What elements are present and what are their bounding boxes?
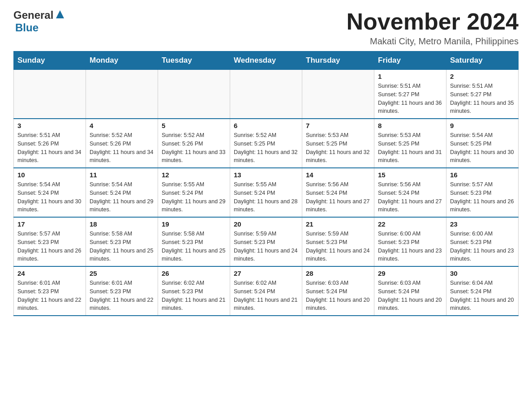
calendar-cell: 5Sunrise: 5:52 AMSunset: 5:26 PMDaylight… [158, 119, 230, 168]
day-number: 5 [162, 122, 226, 129]
location-subtitle: Makati City, Metro Manila, Philippines [347, 36, 519, 47]
calendar-cell: 13Sunrise: 5:55 AMSunset: 5:24 PMDayligh… [230, 168, 302, 217]
day-number: 2 [450, 73, 515, 80]
day-info: Sunrise: 6:04 AMSunset: 5:24 PMDaylight:… [450, 279, 515, 313]
calendar-cell: 28Sunrise: 6:03 AMSunset: 5:24 PMDayligh… [302, 266, 374, 316]
calendar-week-row: 17Sunrise: 5:57 AMSunset: 5:23 PMDayligh… [14, 217, 519, 266]
calendar-cell: 8Sunrise: 5:53 AMSunset: 5:25 PMDaylight… [374, 119, 446, 168]
day-number: 7 [306, 122, 370, 129]
calendar-cell: 17Sunrise: 5:57 AMSunset: 5:23 PMDayligh… [14, 217, 86, 266]
day-info: Sunrise: 5:53 AMSunset: 5:25 PMDaylight:… [306, 131, 370, 165]
day-info: Sunrise: 5:57 AMSunset: 5:23 PMDaylight:… [17, 230, 82, 263]
day-info: Sunrise: 6:01 AMSunset: 5:23 PMDaylight:… [17, 279, 82, 313]
day-number: 18 [90, 220, 154, 228]
day-number: 6 [234, 122, 298, 129]
day-info: Sunrise: 6:00 AMSunset: 5:23 PMDaylight:… [378, 230, 442, 263]
calendar-cell: 15Sunrise: 5:56 AMSunset: 5:24 PMDayligh… [374, 168, 446, 217]
logo: General Blue [13, 9, 65, 34]
day-info: Sunrise: 6:00 AMSunset: 5:23 PMDaylight:… [450, 230, 515, 263]
day-info: Sunrise: 5:51 AMSunset: 5:27 PMDaylight:… [378, 82, 442, 116]
day-info: Sunrise: 5:52 AMSunset: 5:25 PMDaylight:… [234, 131, 298, 165]
calendar-cell [86, 70, 158, 119]
day-number: 13 [234, 171, 298, 179]
day-info: Sunrise: 5:52 AMSunset: 5:26 PMDaylight:… [162, 131, 226, 165]
day-info: Sunrise: 5:59 AMSunset: 5:23 PMDaylight:… [306, 230, 370, 263]
day-info: Sunrise: 5:58 AMSunset: 5:23 PMDaylight:… [90, 230, 154, 263]
month-year-title: November 2024 [347, 9, 519, 34]
calendar-cell: 18Sunrise: 5:58 AMSunset: 5:23 PMDayligh… [86, 217, 158, 266]
day-number: 20 [234, 220, 298, 228]
day-number: 17 [17, 220, 82, 228]
day-info: Sunrise: 6:03 AMSunset: 5:24 PMDaylight:… [306, 279, 370, 313]
day-number: 28 [306, 270, 370, 277]
calendar-header-row: SundayMondayTuesdayWednesdayThursdayFrid… [14, 51, 519, 70]
day-info: Sunrise: 5:55 AMSunset: 5:24 PMDaylight:… [234, 180, 298, 214]
calendar-cell: 25Sunrise: 6:01 AMSunset: 5:23 PMDayligh… [86, 266, 158, 316]
calendar-cell: 16Sunrise: 5:57 AMSunset: 5:23 PMDayligh… [446, 168, 519, 217]
calendar-cell: 22Sunrise: 6:00 AMSunset: 5:23 PMDayligh… [374, 217, 446, 266]
title-block: November 2024 Makati City, Metro Manila,… [347, 9, 519, 47]
calendar-cell: 7Sunrise: 5:53 AMSunset: 5:25 PMDaylight… [302, 119, 374, 168]
calendar-cell: 27Sunrise: 6:02 AMSunset: 5:24 PMDayligh… [230, 266, 302, 316]
column-header-friday: Friday [374, 51, 446, 70]
day-number: 30 [450, 270, 515, 277]
day-number: 8 [378, 122, 442, 129]
day-number: 1 [378, 73, 442, 80]
day-number: 11 [90, 171, 154, 179]
calendar-cell: 9Sunrise: 5:54 AMSunset: 5:25 PMDaylight… [446, 119, 519, 168]
day-number: 16 [450, 171, 515, 179]
day-number: 12 [162, 171, 226, 179]
day-number: 27 [234, 270, 298, 277]
calendar-week-row: 3Sunrise: 5:51 AMSunset: 5:26 PMDaylight… [14, 119, 519, 168]
column-header-wednesday: Wednesday [230, 51, 302, 70]
day-number: 3 [17, 122, 82, 129]
day-info: Sunrise: 6:02 AMSunset: 5:23 PMDaylight:… [162, 279, 226, 313]
calendar-cell: 14Sunrise: 5:56 AMSunset: 5:24 PMDayligh… [302, 168, 374, 217]
calendar-cell [230, 70, 302, 119]
column-header-saturday: Saturday [446, 51, 519, 70]
calendar-cell: 4Sunrise: 5:52 AMSunset: 5:26 PMDaylight… [86, 119, 158, 168]
day-info: Sunrise: 5:51 AMSunset: 5:27 PMDaylight:… [450, 82, 515, 116]
day-number: 14 [306, 171, 370, 179]
day-info: Sunrise: 5:52 AMSunset: 5:26 PMDaylight:… [90, 131, 154, 165]
calendar-cell [158, 70, 230, 119]
day-info: Sunrise: 6:01 AMSunset: 5:23 PMDaylight:… [90, 279, 154, 313]
calendar-week-row: 10Sunrise: 5:54 AMSunset: 5:24 PMDayligh… [14, 168, 519, 217]
calendar-cell [14, 70, 86, 119]
calendar-cell: 21Sunrise: 5:59 AMSunset: 5:23 PMDayligh… [302, 217, 374, 266]
calendar-cell: 11Sunrise: 5:54 AMSunset: 5:24 PMDayligh… [86, 168, 158, 217]
day-number: 22 [378, 220, 442, 228]
day-number: 21 [306, 220, 370, 228]
day-number: 24 [17, 270, 82, 277]
calendar-cell: 23Sunrise: 6:00 AMSunset: 5:23 PMDayligh… [446, 217, 519, 266]
day-info: Sunrise: 5:55 AMSunset: 5:24 PMDaylight:… [162, 180, 226, 214]
calendar-cell: 20Sunrise: 5:59 AMSunset: 5:23 PMDayligh… [230, 217, 302, 266]
day-info: Sunrise: 5:54 AMSunset: 5:24 PMDaylight:… [17, 180, 82, 214]
svg-marker-0 [56, 10, 64, 18]
day-number: 26 [162, 270, 226, 277]
calendar-cell: 12Sunrise: 5:55 AMSunset: 5:24 PMDayligh… [158, 168, 230, 217]
calendar-cell: 1Sunrise: 5:51 AMSunset: 5:27 PMDaylight… [374, 70, 446, 119]
column-header-thursday: Thursday [302, 51, 374, 70]
calendar-cell: 3Sunrise: 5:51 AMSunset: 5:26 PMDaylight… [14, 119, 86, 168]
day-info: Sunrise: 5:54 AMSunset: 5:25 PMDaylight:… [450, 131, 515, 165]
day-number: 29 [378, 270, 442, 277]
day-number: 25 [90, 270, 154, 277]
day-info: Sunrise: 5:59 AMSunset: 5:23 PMDaylight:… [234, 230, 298, 263]
calendar-cell: 24Sunrise: 6:01 AMSunset: 5:23 PMDayligh… [14, 266, 86, 316]
day-info: Sunrise: 6:02 AMSunset: 5:24 PMDaylight:… [234, 279, 298, 313]
day-number: 4 [90, 122, 154, 129]
day-info: Sunrise: 5:51 AMSunset: 5:26 PMDaylight:… [17, 131, 82, 165]
day-number: 15 [378, 171, 442, 179]
column-header-tuesday: Tuesday [158, 51, 230, 70]
logo-arrow-icon [55, 9, 65, 21]
calendar-table: SundayMondayTuesdayWednesdayThursdayFrid… [13, 51, 519, 316]
column-header-monday: Monday [86, 51, 158, 70]
calendar-cell: 30Sunrise: 6:04 AMSunset: 5:24 PMDayligh… [446, 266, 519, 316]
logo-general-text: General [13, 9, 53, 21]
calendar-cell: 6Sunrise: 5:52 AMSunset: 5:25 PMDaylight… [230, 119, 302, 168]
calendar-cell: 10Sunrise: 5:54 AMSunset: 5:24 PMDayligh… [14, 168, 86, 217]
day-info: Sunrise: 5:57 AMSunset: 5:23 PMDaylight:… [450, 180, 515, 214]
calendar-week-row: 1Sunrise: 5:51 AMSunset: 5:27 PMDaylight… [14, 70, 519, 119]
day-number: 19 [162, 220, 226, 228]
